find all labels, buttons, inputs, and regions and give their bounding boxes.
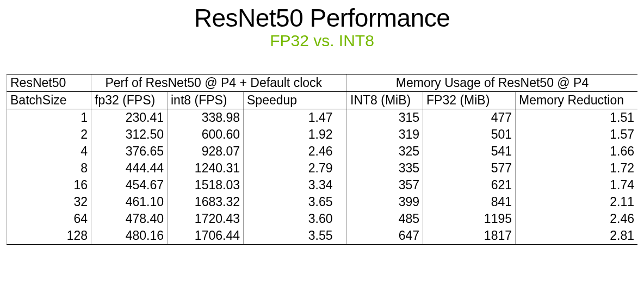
col-gap: [336, 74, 347, 92]
table-row: 16454.671518.033.343576211.74: [7, 177, 638, 194]
cell-batch: 2: [7, 126, 91, 143]
cell-speedup: 1.92: [244, 126, 336, 143]
cell-int8-mib: 335: [347, 160, 423, 177]
cell-gap: [336, 227, 347, 245]
cell-gap: [336, 126, 347, 143]
cell-int8-mib: 357: [347, 177, 423, 194]
cell-gap: [336, 210, 347, 227]
cell-speedup: 3.55: [244, 227, 336, 245]
cell-gap: [336, 160, 347, 177]
col-corner: ResNet50: [7, 74, 91, 92]
table-row: 1230.41338.981.473154771.51: [7, 109, 638, 127]
cell-fp32-fps: 478.40: [91, 210, 168, 227]
col-fp32-mib: FP32 (MiB): [423, 92, 516, 109]
col-fp32-fps: fp32 (FPS): [91, 92, 168, 109]
col-memred: Memory Reduction: [516, 92, 637, 109]
cell-memred: 1.57: [516, 126, 637, 143]
cell-fp32-fps: 480.16: [91, 227, 168, 245]
col-int8-mib: INT8 (MiB): [347, 92, 423, 109]
cell-int8-fps: 1240.31: [168, 160, 244, 177]
col-speedup: Speedup: [244, 92, 336, 109]
cell-fp32-fps: 376.65: [91, 143, 168, 160]
table-row: 128480.161706.443.5564718172.81: [7, 227, 638, 245]
cell-int8-fps: 338.98: [168, 109, 244, 127]
cell-int8-fps: 1518.03: [168, 177, 244, 194]
cell-fp32-fps: 230.41: [91, 109, 168, 127]
cell-memred: 1.74: [516, 177, 637, 194]
cell-batch: 1: [7, 109, 91, 127]
cell-fp32-mib: 501: [423, 126, 516, 143]
col-group-perf: Perf of ResNet50 @ P4 + Default clock: [91, 74, 336, 92]
cell-speedup: 3.60: [244, 210, 336, 227]
cell-int8-fps: 1683.32: [168, 194, 244, 210]
cell-int8-mib: 485: [347, 210, 423, 227]
page-title: ResNet50 Performance: [7, 3, 637, 33]
cell-fp32-mib: 1195: [423, 210, 516, 227]
cell-speedup: 2.79: [244, 160, 336, 177]
cell-fp32-fps: 444.44: [91, 160, 168, 177]
cell-memred: 2.46: [516, 210, 637, 227]
cell-batch: 4: [7, 143, 91, 160]
cell-gap: [336, 177, 347, 194]
table-body: 1230.41338.981.473154771.512312.50600.60…: [7, 109, 638, 245]
cell-batch: 8: [7, 160, 91, 177]
cell-fp32-mib: 841: [423, 194, 516, 210]
cell-int8-fps: 928.07: [168, 143, 244, 160]
cell-batch: 64: [7, 210, 91, 227]
cell-int8-mib: 315: [347, 109, 423, 127]
cell-memred: 1.66: [516, 143, 637, 160]
cell-batch: 32: [7, 194, 91, 210]
cell-batch: 128: [7, 227, 91, 245]
cell-int8-fps: 600.60: [168, 126, 244, 143]
cell-speedup: 3.34: [244, 177, 336, 194]
cell-fp32-mib: 477: [423, 109, 516, 127]
performance-table: ResNet50 Perf of ResNet50 @ P4 + Default…: [7, 74, 637, 245]
table-row: 4376.65928.072.463255411.66: [7, 143, 638, 160]
cell-speedup: 2.46: [244, 143, 336, 160]
cell-memred: 2.11: [516, 194, 637, 210]
page-subtitle: FP32 vs. INT8: [7, 32, 637, 50]
col-batch: BatchSize: [7, 92, 91, 109]
table-row: 8444.441240.312.793355771.72: [7, 160, 638, 177]
cell-memred: 2.81: [516, 227, 637, 245]
table-header-group-row: ResNet50 Perf of ResNet50 @ P4 + Default…: [7, 74, 638, 92]
col-gap: [336, 92, 347, 109]
cell-int8-mib: 325: [347, 143, 423, 160]
table-row: 2312.50600.601.923195011.57: [7, 126, 638, 143]
cell-gap: [336, 143, 347, 160]
cell-fp32-mib: 1817: [423, 227, 516, 245]
col-int8-fps: int8 (FPS): [168, 92, 244, 109]
cell-speedup: 3.65: [244, 194, 336, 210]
table-header-row: BatchSize fp32 (FPS) int8 (FPS) Speedup …: [7, 92, 638, 109]
cell-fp32-mib: 541: [423, 143, 516, 160]
cell-int8-mib: 399: [347, 194, 423, 210]
cell-fp32-mib: 577: [423, 160, 516, 177]
col-group-mem: Memory Usage of ResNet50 @ P4: [347, 74, 637, 92]
cell-batch: 16: [7, 177, 91, 194]
cell-gap: [336, 194, 347, 210]
cell-fp32-fps: 461.10: [91, 194, 168, 210]
table-row: 32461.101683.323.653998412.11: [7, 194, 638, 210]
cell-memred: 1.51: [516, 109, 637, 127]
cell-fp32-fps: 312.50: [91, 126, 168, 143]
cell-int8-fps: 1706.44: [168, 227, 244, 245]
cell-int8-mib: 647: [347, 227, 423, 245]
cell-int8-fps: 1720.43: [168, 210, 244, 227]
slide: ResNet50 Performance FP32 vs. INT8 ResNe…: [0, 3, 644, 298]
cell-fp32-fps: 454.67: [91, 177, 168, 194]
cell-int8-mib: 319: [347, 126, 423, 143]
cell-speedup: 1.47: [244, 109, 336, 127]
cell-gap: [336, 109, 347, 127]
table-row: 64478.401720.433.6048511952.46: [7, 210, 638, 227]
cell-fp32-mib: 621: [423, 177, 516, 194]
cell-memred: 1.72: [516, 160, 637, 177]
